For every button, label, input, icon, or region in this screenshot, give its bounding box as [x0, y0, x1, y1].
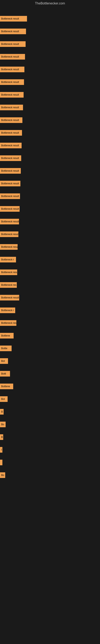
bar-row: [0, 460, 100, 465]
bar-label-36: Bo: [1, 474, 4, 476]
bar-34: I: [0, 447, 2, 452]
bar-4: Bottleneck result: [0, 66, 24, 72]
bar-label-28: Bottl: [1, 372, 6, 375]
bar-21: Bottleneck res: [0, 282, 17, 288]
bar-2: Bottleneck result: [0, 41, 26, 47]
bar-row: Bottleneck result: [0, 117, 100, 123]
bar-row: Bottle: [0, 346, 100, 351]
bar-label-21: Bottleneck res: [1, 284, 16, 286]
bar-row: Bot: [0, 358, 100, 364]
bar-row: Bottleneck result: [0, 206, 100, 212]
bar-10: Bottleneck result: [0, 143, 22, 148]
bar-row: Bottleneck result: [0, 155, 100, 161]
bar-row: Bottleneck resu: [0, 270, 100, 275]
bar-label-9: Bottleneck result: [1, 132, 19, 134]
site-title: TheBottlenecker.com: [0, 0, 100, 7]
bar-0: Bottleneck result: [0, 16, 27, 22]
bar-label-27: Bot: [1, 360, 5, 362]
bar-label-17: Bottleneck result: [1, 233, 18, 236]
bar-row: Bottleneck result: [0, 66, 100, 72]
bar-31: B: [0, 409, 3, 414]
bar-row: Bottleneck result: [0, 219, 100, 224]
bar-row: Bottl: [0, 371, 100, 376]
bar-label-1: Bottleneck result: [1, 30, 19, 33]
bar-36: Bo: [0, 472, 5, 478]
bar-row: I: [0, 447, 100, 452]
bar-row: Bottleneck r: [0, 257, 100, 262]
bar-label-33: B: [1, 436, 3, 438]
bar-label-26: Bottle: [1, 347, 7, 350]
bar-row: Bottleneck result: [0, 92, 100, 98]
bar-row: Bottleneck result: [0, 168, 100, 174]
bar-label-16: Bottleneck result: [1, 220, 19, 223]
bar-row: Bottlene: [0, 333, 100, 338]
bar-row: Bo: [0, 422, 100, 427]
bar-26: Bottle: [0, 346, 12, 351]
bar-label-0: Bottleneck result: [1, 17, 19, 20]
bar-label-24: Bottleneck resu: [1, 322, 16, 324]
bar-label-14: Bottleneck result: [1, 195, 19, 198]
bar-16: Bottleneck result: [0, 219, 19, 224]
bar-label-32: Bo: [1, 423, 4, 426]
bar-24: Bottleneck resu: [0, 320, 16, 326]
bar-row: Bottleneck res: [0, 282, 100, 288]
bar-1: Bottleneck result: [0, 28, 26, 34]
bar-label-10: Bottleneck result: [1, 144, 19, 147]
bar-13: Bottleneck result: [0, 181, 20, 186]
bar-row: Bo: [0, 472, 100, 478]
bar-19: Bottleneck r: [0, 257, 16, 262]
bar-row: Bottleneck result: [0, 41, 100, 47]
bar-row: B: [0, 409, 100, 414]
bar-20: Bottleneck resu: [0, 270, 17, 275]
bar-32: Bo: [0, 422, 6, 427]
bar-row: Bottleneck r: [0, 308, 100, 313]
bar-label-4: Bottleneck result: [1, 68, 19, 71]
bar-row: B: [0, 434, 100, 440]
bar-5: Bottleneck result: [0, 79, 24, 85]
bar-label-5: Bottleneck result: [1, 81, 19, 84]
bar-row: Bottleneck result: [0, 130, 100, 136]
bar-label-6: Bottleneck result: [1, 94, 19, 96]
bar-9: Bottleneck result: [0, 130, 22, 136]
bar-25: Bottlene: [0, 333, 14, 338]
bar-33: B: [0, 434, 3, 440]
bar-17: Bottleneck result: [0, 232, 18, 237]
chart-container: Bottleneck resultBottleneck resultBottle…: [0, 7, 100, 641]
bar-label-30: Bot: [1, 398, 5, 400]
bar-row: Bottleneck resu: [0, 244, 100, 250]
bar-29: Bottlene: [0, 384, 13, 389]
bar-8: Bottleneck result: [0, 117, 22, 123]
bar-label-19: Bottleneck r: [1, 258, 14, 261]
bar-label-34: I: [1, 448, 2, 451]
bar-label-20: Bottleneck resu: [1, 271, 17, 274]
bar-label-22: Bottleneck result: [1, 296, 19, 299]
bar-row: Bottleneck result: [0, 194, 100, 199]
bar-14: Bottleneck result: [0, 194, 20, 199]
bar-row: Bottleneck result: [0, 295, 100, 300]
bar-label-8: Bottleneck result: [1, 119, 19, 122]
bar-label-18: Bottleneck resu: [1, 246, 18, 248]
bar-label-2: Bottleneck result: [1, 43, 19, 46]
bar-row: Bottlene: [0, 384, 100, 389]
bar-18: Bottleneck resu: [0, 244, 18, 250]
bar-15: Bottleneck result: [0, 206, 20, 212]
bar-label-29: Bottlene: [1, 385, 10, 388]
bar-label-7: Bottleneck result: [1, 106, 19, 109]
bar-label-12: Bottleneck result: [1, 170, 19, 172]
bar-row: Bottleneck result: [0, 79, 100, 85]
bar-22: Bottleneck result: [0, 295, 19, 300]
bar-row: Bottleneck result: [0, 105, 100, 110]
bar-6: Bottleneck result: [0, 92, 24, 98]
bar-label-11: Bottleneck result: [1, 157, 19, 160]
bar-row: Bottleneck result: [0, 54, 100, 60]
bar-row: Bottleneck result: [0, 16, 100, 22]
bar-row: Bottleneck result: [0, 28, 100, 34]
bar-12: Bottleneck result: [0, 168, 21, 174]
bar-27: Bot: [0, 358, 8, 364]
bar-30: Bot: [0, 396, 8, 402]
bar-label-15: Bottleneck result: [1, 208, 19, 210]
bar-28: Bottl: [0, 371, 10, 376]
bar-7: Bottleneck result: [0, 105, 23, 110]
bar-label-31: B: [1, 410, 3, 413]
bar-23: Bottleneck r: [0, 308, 15, 313]
